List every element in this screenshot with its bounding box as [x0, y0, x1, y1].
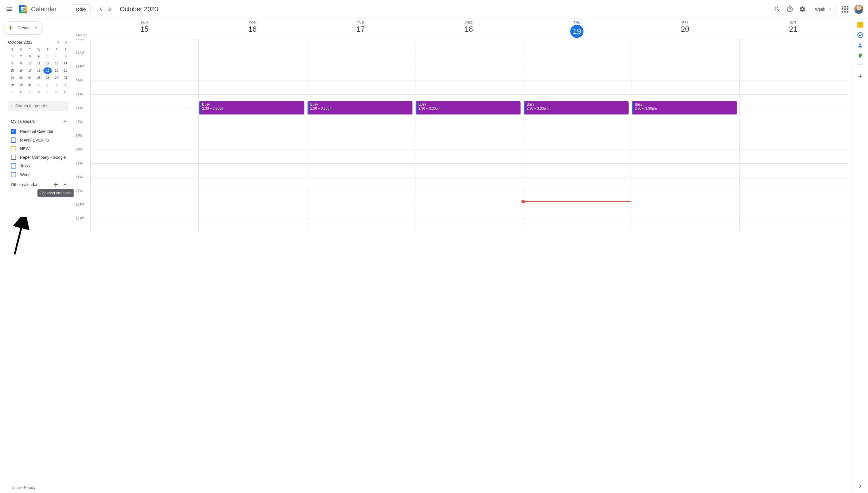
google-apps-button[interactable] [839, 3, 851, 15]
calendar-item[interactable]: Work [11, 170, 70, 179]
mini-day[interactable]: 11 [61, 89, 70, 95]
mini-day[interactable]: 10 [52, 89, 61, 95]
contacts-addon-icon[interactable] [858, 43, 863, 48]
mini-day[interactable]: 15 [8, 67, 16, 74]
day-column[interactable]: Busy2:30 – 3:30pm [198, 39, 306, 232]
search-button[interactable] [772, 3, 783, 15]
privacy-link[interactable]: Privacy [24, 486, 36, 490]
mini-day[interactable]: 4 [35, 53, 43, 60]
terms-link[interactable]: Terms [11, 486, 20, 490]
mini-day[interactable]: 25 [35, 74, 43, 81]
mini-day[interactable]: 24 [26, 74, 34, 81]
day-column[interactable]: Busy2:30 – 3:30pm [415, 39, 523, 232]
mini-day[interactable]: 3 [26, 53, 34, 60]
my-calendars-toggle[interactable]: My calendars [3, 115, 74, 127]
mini-next-button[interactable]: › [63, 39, 70, 45]
day-column[interactable]: Busy2:30 – 3:30pm [523, 39, 631, 232]
mini-day[interactable]: 10 [26, 60, 34, 67]
mini-day[interactable]: 30 [17, 82, 25, 88]
mini-day[interactable]: 16 [17, 67, 25, 74]
mini-day[interactable]: 19 [43, 67, 52, 74]
calendar-item[interactable]: NEW [11, 144, 70, 153]
get-addons-button[interactable] [854, 70, 866, 82]
mini-day[interactable]: 20 [52, 67, 61, 74]
mini-day[interactable]: 9 [43, 89, 52, 95]
mini-day[interactable]: 13 [52, 60, 61, 67]
mini-day[interactable]: 21 [61, 67, 70, 74]
mini-day[interactable]: 9 [17, 60, 25, 67]
main-menu-button[interactable] [2, 2, 16, 16]
calendar-checkbox[interactable] [11, 137, 16, 143]
mini-day[interactable]: 8 [8, 60, 16, 67]
search-people[interactable] [8, 101, 68, 111]
calendar-checkbox[interactable] [11, 146, 16, 151]
day-header[interactable]: MON16 [198, 18, 306, 39]
mini-day[interactable]: 2 [43, 82, 52, 88]
calendar-event[interactable]: Busy2:30 – 3:30pm [307, 101, 412, 114]
mini-day[interactable]: 6 [17, 89, 25, 95]
calendar-event[interactable]: Busy2:30 – 3:30pm [524, 101, 629, 114]
other-calendars-toggle[interactable]: Other calendars Add other calendars [3, 179, 74, 190]
calendar-event[interactable]: Busy2:30 – 3:30pm [416, 101, 521, 114]
mini-day[interactable]: 31 [26, 82, 34, 88]
calendar-event[interactable]: Busy2:30 – 3:30pm [632, 101, 737, 114]
calendar-item[interactable]: MANY EVENTS [11, 136, 70, 144]
prev-period-button[interactable] [96, 5, 106, 14]
keep-addon-icon[interactable] [858, 22, 863, 28]
mini-day[interactable]: 7 [26, 89, 34, 95]
day-header[interactable]: WED18 [415, 18, 523, 39]
support-button[interactable] [784, 3, 796, 15]
settings-button[interactable] [797, 3, 808, 15]
account-avatar[interactable] [854, 5, 863, 14]
mini-day[interactable]: 3 [52, 82, 61, 88]
day-header[interactable]: SUN15 [90, 18, 198, 39]
mini-day[interactable]: 17 [26, 67, 34, 74]
search-people-input[interactable] [15, 104, 66, 108]
calendar-item[interactable]: Tasks [11, 162, 70, 170]
mini-day[interactable]: 4 [61, 82, 70, 88]
mini-day[interactable]: 28 [61, 74, 70, 81]
day-column[interactable] [90, 39, 198, 232]
mini-day[interactable]: 6 [52, 53, 61, 60]
mini-day[interactable]: 1 [8, 53, 16, 60]
calendar-checkbox[interactable] [11, 129, 16, 134]
day-column[interactable]: Busy2:30 – 3:30pm [631, 39, 739, 232]
mini-day[interactable]: 14 [61, 60, 70, 67]
mini-day[interactable]: 29 [8, 82, 16, 88]
mini-day[interactable]: 27 [52, 74, 61, 81]
view-switcher[interactable]: Week [812, 4, 836, 14]
hide-panel-button[interactable] [857, 483, 864, 490]
maps-addon-icon[interactable] [858, 53, 863, 59]
mini-day[interactable]: 23 [17, 74, 25, 81]
calendar-checkbox[interactable] [11, 164, 16, 169]
calendar-checkbox[interactable] [11, 155, 16, 160]
calendar-event[interactable]: Busy2:30 – 3:30pm [199, 101, 304, 114]
mini-day[interactable]: 18 [35, 67, 43, 74]
day-header[interactable]: THU19 [523, 18, 631, 39]
day-column[interactable]: Busy2:30 – 3:30pm [307, 39, 415, 232]
create-button[interactable]: Create [3, 21, 43, 35]
mini-day[interactable]: 7 [61, 53, 70, 60]
logo[interactable]: 19 Calendar [17, 3, 56, 15]
add-icon[interactable] [52, 181, 59, 188]
mini-day[interactable]: 26 [43, 74, 52, 81]
tasks-addon-icon[interactable] [858, 32, 863, 38]
mini-day[interactable]: 12 [43, 60, 52, 67]
mini-day[interactable]: 5 [8, 89, 16, 95]
day-column[interactable] [739, 39, 847, 232]
mini-prev-button[interactable]: ‹ [54, 39, 62, 45]
day-header[interactable]: TUE17 [307, 18, 415, 39]
calendar-item[interactable]: Paper Company - Google [11, 153, 70, 162]
calendar-checkbox[interactable] [11, 172, 16, 177]
day-header[interactable]: FRI20 [631, 18, 739, 39]
mini-day[interactable]: 11 [35, 60, 43, 67]
mini-day[interactable]: 2 [17, 53, 25, 60]
next-period-button[interactable] [106, 5, 115, 14]
calendar-item[interactable]: Personal Calendar [11, 127, 70, 136]
today-button[interactable]: Today [71, 4, 90, 14]
mini-day[interactable]: 5 [43, 53, 52, 60]
mini-day[interactable]: 1 [35, 82, 43, 88]
mini-day[interactable]: 8 [35, 89, 43, 95]
mini-day[interactable]: 22 [8, 74, 16, 81]
day-header[interactable]: SAT21 [739, 18, 847, 39]
